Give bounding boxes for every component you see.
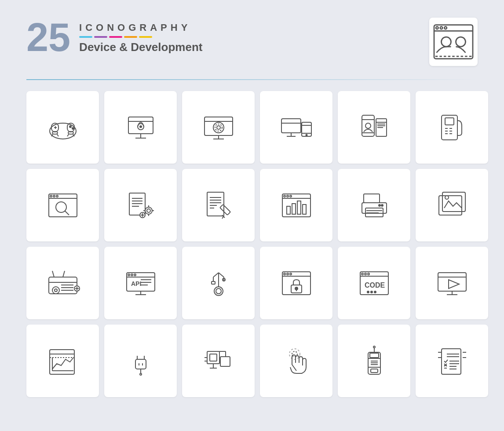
icon-chart-document [26, 325, 99, 397]
svg-point-14 [72, 128, 74, 129]
icon-checklist-document [416, 325, 488, 397]
svg-rect-141 [282, 272, 310, 295]
icon-circuit-board [182, 325, 255, 397]
svg-point-152 [365, 273, 366, 275]
svg-point-2 [436, 27, 438, 29]
icon-browser-search [26, 169, 99, 241]
svg-point-151 [362, 273, 363, 275]
svg-marker-162 [449, 280, 459, 289]
svg-point-13 [69, 126, 71, 128]
icon-telephone [416, 91, 488, 164]
svg-point-192 [373, 346, 375, 348]
svg-point-105 [379, 205, 380, 206]
svg-rect-34 [281, 119, 301, 133]
bar-purple [94, 36, 107, 38]
icon-document-edit [182, 169, 255, 241]
svg-point-153 [368, 273, 369, 275]
svg-point-145 [290, 273, 292, 275]
svg-rect-185 [210, 354, 217, 361]
svg-point-123 [128, 274, 130, 276]
main-container: 25 ICONOGRAPHY Device & Development [0, 0, 504, 431]
icon-monitor-disk [182, 91, 255, 164]
bar-cyan [79, 36, 92, 38]
svg-point-104 [381, 205, 383, 206]
svg-point-64 [56, 195, 58, 197]
svg-point-94 [290, 195, 292, 197]
svg-point-33 [215, 124, 222, 131]
svg-line-116 [52, 271, 54, 277]
svg-point-155 [367, 291, 369, 293]
svg-rect-158 [438, 273, 466, 291]
svg-point-125 [134, 274, 136, 276]
icon-document-settings [104, 169, 177, 241]
svg-rect-99 [364, 194, 380, 203]
icon-touch-gesture [260, 325, 332, 397]
svg-rect-98 [303, 205, 306, 214]
icon-game-controller [26, 91, 99, 164]
svg-line-136 [219, 273, 224, 277]
svg-line-18 [57, 134, 58, 136]
svg-point-26 [139, 125, 142, 128]
svg-point-92 [284, 195, 285, 197]
icon-responsive [260, 91, 332, 164]
svg-point-72 [145, 207, 152, 214]
svg-point-63 [53, 195, 55, 197]
icon-video-monitor [416, 247, 488, 319]
icons-grid: API [26, 91, 478, 397]
bar-orange [124, 36, 137, 38]
svg-rect-81 [207, 192, 224, 216]
svg-text:API: API [131, 280, 141, 287]
svg-rect-95 [287, 206, 290, 214]
svg-point-140 [216, 289, 221, 294]
icon-browser-chart [260, 169, 332, 241]
bar-pink [109, 36, 122, 38]
svg-rect-137 [212, 281, 215, 284]
svg-rect-168 [135, 359, 146, 369]
svg-point-4 [444, 27, 447, 29]
svg-rect-175 [207, 351, 219, 364]
icon-radio-player [26, 247, 99, 319]
svg-point-124 [131, 274, 133, 276]
icon-api-monitor: API [104, 247, 177, 319]
svg-point-6 [456, 37, 466, 47]
icon-usb-drive [182, 247, 255, 319]
svg-point-170 [140, 373, 142, 375]
svg-point-3 [440, 27, 443, 29]
header: 25 ICONOGRAPHY Device & Development [26, 18, 478, 66]
main-title: ICONOGRAPHY [79, 22, 202, 33]
color-bars [79, 36, 202, 38]
svg-rect-96 [292, 204, 296, 214]
svg-point-41 [306, 134, 307, 135]
svg-point-112 [55, 289, 57, 292]
icon-walkie-talkie [338, 325, 410, 397]
svg-rect-197 [370, 353, 379, 358]
svg-point-5 [442, 37, 451, 47]
svg-point-144 [287, 273, 289, 275]
icon-browser-lock [260, 247, 332, 319]
header-web-icon [429, 18, 478, 66]
svg-point-187 [289, 349, 300, 359]
subtitle: Device & Development [79, 40, 202, 54]
svg-point-108 [445, 196, 449, 199]
bar-yellow [139, 36, 152, 38]
svg-line-117 [63, 271, 65, 277]
svg-rect-0 [434, 25, 473, 59]
header-icon [429, 18, 478, 66]
svg-point-111 [52, 287, 59, 294]
svg-text:CODE: CODE [365, 281, 385, 289]
icon-power-plug [104, 325, 177, 397]
svg-point-45 [365, 123, 371, 128]
svg-rect-51 [442, 115, 457, 140]
svg-point-8 [50, 123, 76, 139]
header-left: 25 ICONOGRAPHY Device & Development [26, 18, 202, 57]
svg-rect-97 [297, 201, 301, 214]
icon-count: 25 [26, 18, 70, 57]
svg-line-135 [213, 273, 219, 277]
svg-rect-52 [445, 118, 454, 125]
svg-point-147 [295, 287, 298, 290]
icon-photo-gallery [416, 169, 488, 241]
icon-map-monitor [104, 91, 177, 164]
svg-point-62 [50, 195, 52, 197]
divider [26, 79, 478, 80]
icon-code-browser: CODE [338, 247, 410, 319]
